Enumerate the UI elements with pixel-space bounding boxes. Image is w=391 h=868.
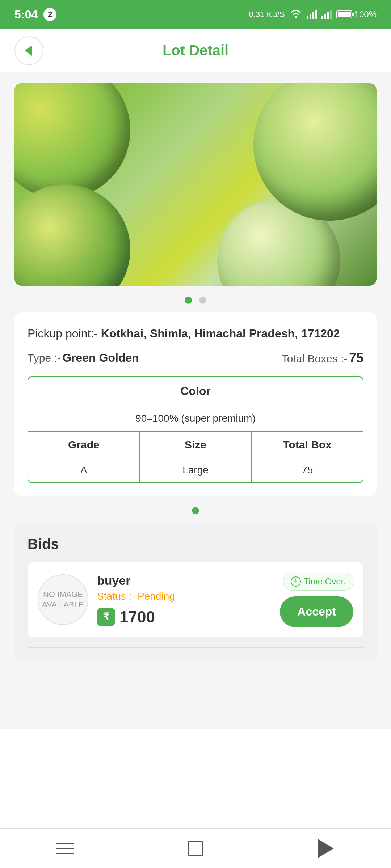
bids-section: Bids NO IMAGE AVAILABLE buyer Status :- … [14, 523, 377, 661]
apple-decoration-1 [14, 184, 130, 286]
page-title: Lot Detail [163, 42, 228, 59]
notification-badge: 2 [43, 8, 56, 21]
type-boxes-row: Type :- Green Golden Total Boxes :- 75 [28, 350, 363, 366]
status-bar: 5:04 2 0.31 KB/S [0, 0, 391, 29]
bottom-navigation [0, 828, 391, 868]
apple-decoration-2 [217, 199, 340, 286]
boxes-label: Total Boxes :- [282, 353, 348, 365]
network-speed: 0.31 KB/S [249, 10, 285, 19]
size-value: Large [140, 458, 252, 482]
page-content: Pickup point:- Kotkhai, Shimla, Himachal… [0, 72, 391, 729]
type-label: Type :- [28, 352, 61, 364]
buyer-name: buyer [97, 574, 271, 588]
table-sub-headers: Grade Size Total Box [28, 432, 363, 458]
boxes-value: 75 [349, 350, 363, 365]
status-value: Pending [138, 591, 175, 602]
signal-icon [307, 10, 317, 19]
dot-separator [14, 507, 377, 514]
time-over-label: Time Over. [304, 576, 346, 587]
color-detail-table: Color 90–100% (super premium) Grade Size… [28, 376, 363, 483]
product-image [14, 83, 377, 286]
home-nav-button[interactable] [185, 838, 206, 859]
wifi-icon [289, 8, 302, 21]
no-image-text: NO IMAGE AVAILABLE [42, 590, 84, 610]
carousel-dot-1[interactable] [185, 297, 192, 304]
square-icon [188, 841, 203, 856]
type-value: Green Golden [62, 351, 139, 364]
battery-percent: 100% [354, 9, 377, 20]
size-header: Size [140, 432, 252, 458]
clock-icon [291, 576, 301, 587]
hamburger-icon [56, 843, 74, 854]
battery-indicator: 100% [336, 9, 377, 20]
pickup-point: Pickup point:- Kotkhai, Shimla, Himachal… [28, 326, 363, 342]
battery-icon [336, 10, 352, 18]
signal-icon-2 [321, 10, 332, 19]
total-box-value: 75 [252, 458, 363, 482]
product-image-carousel[interactable] [14, 83, 377, 286]
grade-value: A [28, 458, 140, 482]
status-right: 0.31 KB/S 100% [249, 8, 377, 21]
pickup-label: Pickup point:- [28, 327, 98, 340]
back-nav-button[interactable] [315, 838, 337, 859]
svg-point-0 [295, 16, 297, 18]
accept-button[interactable]: Accept [280, 596, 353, 627]
carousel-dot-2[interactable] [199, 297, 206, 304]
table-values-row: A Large 75 [28, 458, 363, 482]
pickup-value: Kotkhai, Shimla, Himachal Pradesh, 17120… [101, 327, 340, 340]
bid-price: ₹ 1700 [97, 608, 271, 626]
bids-title: Bids [28, 536, 363, 552]
type-section: Type :- Green Golden [28, 351, 139, 365]
status-left: 5:04 2 [14, 8, 56, 21]
time-over-badge: Time Over. [283, 573, 353, 591]
color-value-row: 90–100% (super premium) [28, 405, 363, 432]
bid-info: buyer Status :- Pending ₹ 1700 [97, 574, 271, 626]
green-dot-icon [192, 507, 199, 514]
bid-card: NO IMAGE AVAILABLE buyer Status :- Pendi… [28, 562, 363, 637]
bid-actions: Time Over. Accept [280, 573, 353, 627]
status-label: Status :- [97, 591, 135, 602]
bid-divider [28, 647, 363, 648]
page-header: Lot Detail [0, 29, 391, 72]
status-time: 5:04 [14, 8, 38, 21]
back-button[interactable] [14, 36, 43, 65]
menu-nav-button[interactable] [54, 838, 76, 859]
table-color-header: Color [28, 377, 363, 405]
bid-status: Status :- Pending [97, 591, 271, 602]
back-arrow-icon [25, 46, 32, 56]
buyer-avatar: NO IMAGE AVAILABLE [38, 574, 88, 625]
carousel-dots [14, 297, 377, 304]
price-value: 1700 [119, 608, 155, 626]
grade-header: Grade [28, 432, 140, 458]
product-info-section: Pickup point:- Kotkhai, Shimla, Himachal… [14, 312, 377, 496]
rupee-badge: ₹ [97, 608, 115, 626]
total-box-header: Total Box [252, 432, 363, 458]
total-boxes-section: Total Boxes :- 75 [282, 350, 363, 366]
triangle-icon [318, 839, 334, 858]
